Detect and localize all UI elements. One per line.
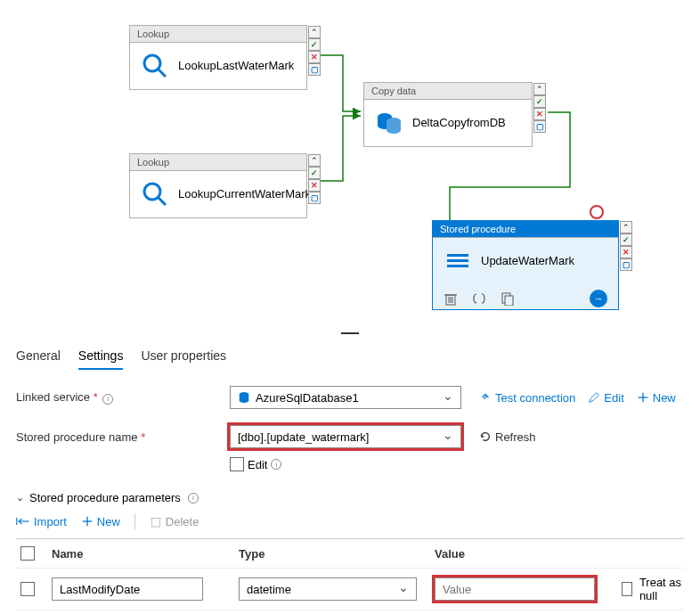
- sproc-name-label: Stored procedure name *: [16, 430, 221, 444]
- delete-icon: [150, 515, 162, 528]
- database-icon: [238, 391, 250, 404]
- edit-button[interactable]: Edit: [588, 391, 623, 405]
- svg-point-0: [144, 55, 160, 71]
- refresh-button[interactable]: Refresh: [479, 430, 536, 444]
- settings-form: Linked service * i AzureSqlDatabase1 Tes…: [0, 370, 700, 471]
- stored-procedure-icon: [444, 247, 472, 275]
- activity-stored-procedure[interactable]: Stored procedure UpdateWaterMark → ⌃ ✓ ✕…: [432, 220, 619, 310]
- status-success-icon[interactable]: ✓: [533, 95, 546, 108]
- status-skip-icon[interactable]: ▢: [533, 120, 546, 133]
- import-button[interactable]: Import: [16, 515, 67, 528]
- activity-name: LookupLastWaterMark: [178, 59, 294, 73]
- plug-icon: [479, 391, 492, 404]
- tab-settings[interactable]: Settings: [78, 343, 124, 370]
- param-name-input[interactable]: [52, 577, 203, 601]
- import-icon: [16, 516, 30, 527]
- activity-name: DeltaCopyfromDB: [412, 116, 506, 130]
- activity-toolbar: →: [433, 284, 618, 309]
- col-type: Type: [239, 547, 426, 561]
- activity-name: UpdateWaterMark: [481, 254, 574, 268]
- status-collapse-icon[interactable]: ⌃: [308, 154, 321, 167]
- plus-icon: [637, 391, 649, 404]
- status-skip-icon[interactable]: ▢: [308, 192, 321, 204]
- status-collapse-icon[interactable]: ⌃: [308, 26, 321, 38]
- status-skip-icon[interactable]: ▢: [620, 258, 632, 271]
- svg-point-2: [144, 184, 160, 200]
- row-checkbox[interactable]: [20, 582, 35, 596]
- status-fail-icon[interactable]: ✕: [308, 51, 321, 63]
- status-fail-icon[interactable]: ✕: [308, 179, 321, 192]
- activity-type-label: Lookup: [130, 26, 306, 43]
- code-icon[interactable]: [472, 291, 486, 306]
- svg-rect-11: [447, 259, 468, 262]
- status-collapse-icon[interactable]: ⌃: [620, 221, 632, 233]
- status-success-icon[interactable]: ✓: [620, 233, 632, 246]
- activity-type-label: Stored procedure: [433, 221, 618, 238]
- activity-lookup-last-watermark[interactable]: Lookup LookupLastWaterMark ⌃ ✓ ✕ ▢: [129, 25, 307, 90]
- col-name: Name: [52, 547, 230, 561]
- search-icon: [141, 180, 169, 209]
- status-skip-icon[interactable]: ▢: [308, 63, 321, 76]
- properties-tabs: General Settings User properties: [0, 334, 700, 370]
- status-success-icon[interactable]: ✓: [308, 38, 321, 51]
- activity-type-label: Copy data: [364, 83, 532, 100]
- status-fail-icon[interactable]: ✕: [620, 246, 632, 258]
- activity-name: LookupCurrentWaterMark: [178, 187, 311, 201]
- status-collapse-icon[interactable]: ⌃: [533, 83, 546, 95]
- panel-resize-handle[interactable]: [341, 331, 359, 336]
- edit-checkbox[interactable]: [230, 457, 244, 471]
- sproc-name-dropdown[interactable]: [dbo].[update_watermark]: [230, 425, 461, 448]
- clone-icon[interactable]: [501, 291, 515, 306]
- status-icons: ⌃ ✓ ✕ ▢: [533, 83, 546, 133]
- svg-line-3: [159, 198, 166, 205]
- col-value: Value: [435, 547, 613, 561]
- test-connection-button[interactable]: Test connection: [479, 391, 575, 405]
- activity-type-label: Lookup: [130, 154, 306, 171]
- edit-checkbox-row[interactable]: Edit i: [230, 457, 281, 471]
- tab-user-properties[interactable]: User properties: [141, 343, 226, 370]
- new-button[interactable]: New: [637, 391, 676, 405]
- plus-icon: [81, 515, 94, 528]
- status-icons: ⌃ ✓ ✕ ▢: [620, 221, 632, 271]
- status-icons: ⌃ ✓ ✕ ▢: [308, 154, 321, 204]
- chevron-down-icon: ⌄: [16, 492, 24, 503]
- svg-line-1: [159, 70, 166, 77]
- search-icon: [141, 52, 169, 80]
- svg-rect-10: [447, 254, 468, 257]
- svg-point-9: [387, 127, 401, 134]
- new-param-button[interactable]: New: [81, 515, 120, 528]
- info-icon[interactable]: i: [102, 394, 113, 405]
- activity-copy-data[interactable]: Copy data DeltaCopyfromDB ⌃ ✓ ✕ ▢: [363, 82, 533, 147]
- status-fail-icon[interactable]: ✕: [533, 108, 546, 120]
- pipeline-canvas[interactable]: Lookup LookupLastWaterMark ⌃ ✓ ✕ ▢ Looku…: [0, 0, 700, 334]
- validation-error-marker: [590, 205, 604, 219]
- divider: [134, 513, 135, 529]
- delete-icon[interactable]: [444, 291, 458, 306]
- refresh-icon: [479, 430, 492, 443]
- info-icon[interactable]: i: [271, 459, 281, 470]
- params-toolbar: Import New Delete: [0, 513, 700, 538]
- tab-general[interactable]: General: [16, 343, 61, 370]
- delete-param-button[interactable]: Delete: [150, 515, 199, 528]
- linked-service-label: Linked service * i: [16, 390, 221, 405]
- expand-icon[interactable]: →: [590, 290, 607, 307]
- status-icons: ⌃ ✓ ✕ ▢: [308, 26, 321, 76]
- svg-rect-29: [151, 519, 159, 528]
- param-value-input[interactable]: [435, 577, 595, 601]
- table-row: datetime Treat as null: [16, 569, 684, 610]
- table-header-row: Name Type Value: [16, 539, 684, 569]
- database-copy-icon: [375, 109, 403, 137]
- treat-as-null-checkbox[interactable]: [622, 582, 632, 596]
- params-table: Name Type Value datetime Treat as null: [16, 538, 684, 610]
- params-section-header[interactable]: ⌄ Stored procedure parameters i: [0, 487, 700, 513]
- status-success-icon[interactable]: ✓: [308, 167, 321, 179]
- svg-rect-19: [505, 296, 513, 306]
- param-type-dropdown[interactable]: datetime: [239, 577, 417, 601]
- activity-lookup-current-watermark[interactable]: Lookup LookupCurrentWaterMark ⌃ ✓ ✕ ▢: [129, 153, 307, 218]
- svg-point-22: [240, 398, 249, 403]
- linked-service-dropdown[interactable]: AzureSqlDatabase1: [230, 386, 461, 409]
- svg-rect-12: [447, 265, 468, 267]
- select-all-checkbox[interactable]: [20, 546, 35, 561]
- info-icon[interactable]: i: [188, 493, 199, 503]
- pencil-icon: [588, 391, 600, 404]
